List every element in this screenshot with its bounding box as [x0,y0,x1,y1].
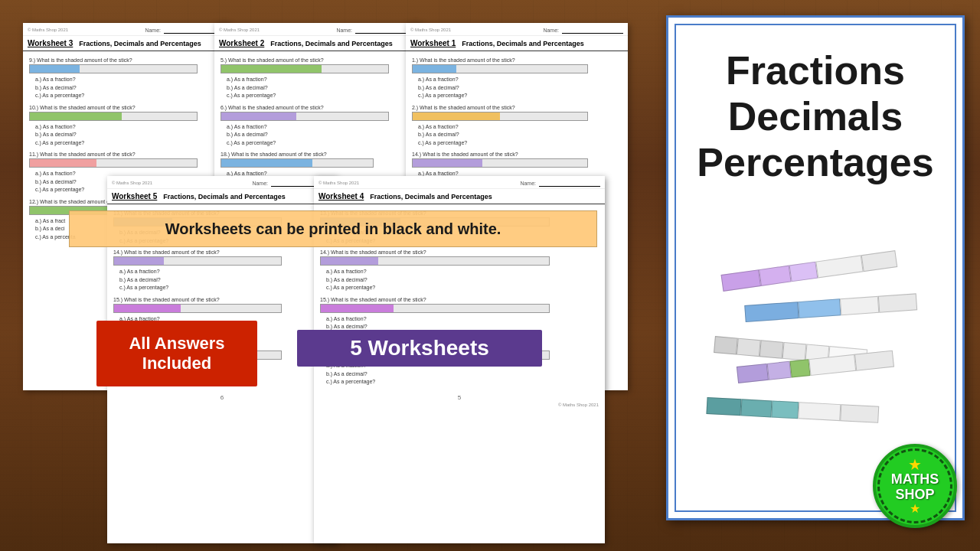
ws4-subject: Fractions, Decimals and Percentages [370,193,492,201]
bw-banner-text: Worksheets can be printed in black and w… [165,220,501,238]
ws3-number: Worksheet 3 [28,39,73,47]
ws2-q6: 6.) What is the shaded amount of the sti… [220,105,415,110]
ws5-number: Worksheet 5 [112,192,157,201]
bw-banner: Worksheets can be printed in black and w… [69,210,597,247]
ws1-q2: 2.) What is the shaded amount of the sti… [412,105,622,110]
ws3-name-label: Name: [145,28,161,33]
answers-badge-text: All AnswersIncluded [129,334,224,374]
ws3-q9: 9.) What is the shaded amount of the sti… [29,57,224,63]
worksheets-count-text: 5 Worksheets [350,336,489,360]
ws5-name-label: Name: [252,181,268,186]
ws1-q14: 14.) What is the shaded amount of the st… [412,152,622,157]
maths-shop-logo: ★ MATHS SHOP ★ [873,444,957,528]
ws4-copyright: © Maths Shop 2021 [318,181,359,185]
ws2-name-label: Name: [336,28,352,33]
ws1-copyright: © Maths Shop 2021 [410,28,451,32]
ws3-q9-b: b.) As a decimal? [35,84,224,93]
ws1-q1: 1.) What is the shaded amount of the sti… [412,57,622,63]
ws2-q5: 5.) What is the shaded amount of the sti… [220,57,415,63]
cover-title: Fractions Decimals Percentages [697,48,933,185]
ws5-subject: Fractions, Decimals and Percentages [163,193,286,201]
ws2-copyright: © Maths Shop 2021 [219,28,260,32]
ws3-q9-a: a.) As a fraction? [35,76,224,84]
ws2-number: Worksheet 2 [219,39,264,47]
ws1-number: Worksheet 1 [410,39,456,47]
ws1-name-label: Name: [543,28,559,33]
ws3-q11: 11.) What is the shaded amount of the st… [29,152,224,157]
ws3-q9-c: c.) As a percentage? [35,92,224,100]
worksheets-area: © Maths Shop 2021 Name: Worksheet 3 Frac… [15,15,643,536]
logo-dashes [877,448,952,523]
ws3-copyright: © Maths Shop 2021 [28,28,68,32]
ws4-name-label: Name: [520,181,536,186]
ws3-q10: 10.) What is the shaded amount of the st… [29,105,224,110]
answers-badge: All AnswersIncluded [96,321,257,386]
worksheets-count-badge: 5 Worksheets [297,330,542,367]
ws2-q18: 18.) What is the shaded amount of the st… [220,152,415,157]
ws1-subject: Fractions, Decimals and Percentages [462,40,584,47]
ws2-subject: Fractions, Decimals and Percentages [270,40,393,47]
ws5-copyright: © Maths Shop 2021 [112,181,152,185]
ws3-subject: Fractions, Decimals and Percentages [79,40,201,47]
ws4-number: Worksheet 4 [318,192,364,201]
